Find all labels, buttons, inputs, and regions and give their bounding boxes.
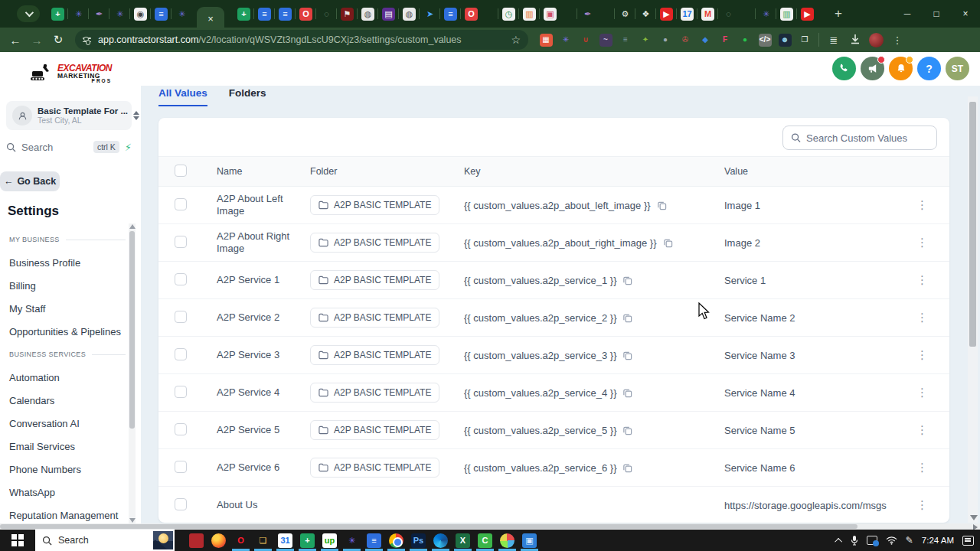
folder-chip[interactable]: A2P BASIC TEMPLATE — [310, 195, 439, 215]
row-key[interactable]: {{ custom_values.a2p_service_5 }} — [464, 425, 616, 436]
pinned-tab[interactable]: ◷ — [498, 2, 519, 25]
pinned-tab[interactable]: O — [461, 2, 482, 25]
folder-chip[interactable]: A2P BASIC TEMPLATE — [310, 383, 439, 403]
phone-button[interactable] — [832, 57, 856, 80]
pinned-tab[interactable]: ◌ — [718, 2, 739, 25]
grid-extension[interactable]: ▦ — [536, 30, 556, 50]
row-checkbox[interactable] — [175, 386, 187, 398]
horizontal-scroll-thumb[interactable] — [0, 524, 858, 529]
row-name[interactable]: A2P Service 1 — [217, 274, 279, 286]
action-center-icon[interactable] — [962, 536, 974, 546]
sidebar-item[interactable]: BUSINESS SERVICES — [9, 343, 126, 366]
row-key[interactable]: {{ custom_values.a2p_service_1 }} — [464, 275, 616, 286]
row-key[interactable]: {{ custom_values.a2p_service_3 }} — [464, 350, 616, 361]
sidebar-item[interactable]: Calendars — [9, 389, 126, 412]
sidebar-item[interactable]: Email Services — [9, 435, 126, 458]
copy-icon[interactable] — [622, 463, 632, 473]
google-sheets-icon[interactable]: + — [296, 530, 318, 551]
copy-icon[interactable] — [622, 350, 632, 360]
folder-chip[interactable]: A2P BASIC TEMPLATE — [310, 458, 439, 478]
content-tab[interactable]: All Values — [158, 87, 207, 106]
pinned-tab[interactable]: ✳ — [756, 2, 776, 25]
browser-profile-avatar[interactable] — [869, 33, 884, 47]
copy-icon[interactable] — [657, 201, 667, 210]
pinned-tab[interactable]: ❖ — [635, 2, 656, 25]
pinned-tab[interactable]: ✳ — [172, 2, 192, 25]
row-menu-button[interactable]: ⋮ — [916, 461, 928, 474]
help-button[interactable]: ? — [917, 57, 941, 80]
pinned-tab[interactable]: + — [47, 2, 68, 25]
location-selector[interactable]: Basic Template For ... Test City, AL — [6, 101, 132, 130]
sidebar-scroll-thumb[interactable] — [129, 231, 135, 429]
copy-icon[interactable] — [622, 313, 632, 323]
sidebar-search[interactable]: Search ctrl K ⚡ — [6, 138, 132, 156]
pinned-tab[interactable]: ✒ — [89, 2, 109, 25]
sidebar-item[interactable]: Billing — [9, 274, 126, 297]
pinned-tab[interactable]: ✳ — [109, 2, 130, 25]
row-name[interactable]: A2P Service 5 — [217, 424, 279, 436]
sidebar-item[interactable]: My Staff — [9, 297, 126, 320]
row-menu-button[interactable]: ⋮ — [916, 273, 928, 286]
row-menu-button[interactable]: ⋮ — [916, 386, 928, 399]
pinned-tab[interactable]: ◌ — [316, 2, 337, 25]
pinned-tab[interactable]: + — [234, 2, 254, 25]
lines-extension[interactable]: ≡ — [616, 30, 635, 50]
sidebar-item[interactable]: Opportunities & Pipelines — [9, 320, 126, 343]
pinned-tab[interactable]: ✳ — [68, 2, 89, 25]
playlist-icon[interactable]: ≣ — [823, 34, 844, 46]
person-extension[interactable]: ☻ — [775, 30, 795, 50]
blue-window-icon[interactable]: ▣ — [518, 530, 541, 551]
page-vertical-scrollbar[interactable] — [968, 96, 978, 523]
row-checkbox[interactable] — [175, 273, 187, 285]
taskbar-search[interactable]: Search — [35, 530, 175, 551]
copy-icon[interactable] — [622, 388, 632, 398]
scroll-up-arrow[interactable] — [129, 224, 136, 229]
tag-extension[interactable]: ◆ — [695, 30, 715, 50]
pinned-tab[interactable]: ⚙ — [615, 2, 635, 25]
tab-search-button[interactable] — [17, 5, 40, 22]
flower-extension[interactable]: ✳ — [556, 30, 576, 50]
microphone-icon[interactable] — [851, 535, 858, 546]
row-menu-button[interactable]: ⋮ — [916, 311, 928, 324]
row-checkbox[interactable] — [175, 498, 187, 510]
pinned-tab[interactable]: ⚑ — [337, 2, 358, 25]
maximize-button[interactable]: □ — [922, 0, 951, 28]
row-name[interactable]: A2P Service 2 — [217, 311, 279, 324]
scroll-down-arrow[interactable] — [970, 515, 978, 520]
row-name[interactable]: A2P About Right Image — [217, 230, 298, 256]
edge-icon[interactable] — [430, 530, 452, 551]
go-back-button[interactable]: ← Go Back — [0, 171, 60, 191]
sidebar-item[interactable]: Business Profile — [9, 251, 126, 274]
folder-chip[interactable]: A2P BASIC TEMPLATE — [310, 233, 439, 253]
tray-expand-icon[interactable] — [835, 537, 842, 545]
copy-icon[interactable] — [622, 425, 632, 435]
start-button[interactable] — [0, 530, 35, 551]
row-key[interactable]: {{ custom_values.a2p_service_6 }} — [464, 462, 616, 474]
pinned-tab[interactable]: ≡ — [275, 2, 296, 25]
tab-close-icon[interactable]: × — [207, 13, 214, 24]
wifi-icon[interactable] — [886, 536, 897, 545]
site-settings-icon[interactable] — [83, 37, 91, 42]
pinned-tab[interactable]: ▣ — [540, 2, 560, 25]
row-key[interactable]: {{ custom_values.a2p_service_4 }} — [464, 387, 616, 399]
chrome-icon[interactable] — [385, 530, 407, 551]
folder-chip[interactable]: A2P BASIC TEMPLATE — [310, 270, 439, 290]
bookmark-star-icon[interactable]: ☆ — [511, 34, 521, 46]
row-menu-button[interactable]: ⋮ — [916, 423, 928, 436]
code-extension[interactable]: </> — [755, 30, 775, 50]
pinned-tab[interactable]: ≡ — [440, 2, 461, 25]
scroll-down-arrow[interactable] — [129, 518, 136, 523]
row-key[interactable]: {{ custom_values.a2p_about_left_image }} — [464, 200, 651, 211]
pinned-tab[interactable]: ✒ — [577, 2, 598, 25]
key-extension[interactable]: ✦ — [635, 30, 655, 50]
upwork-icon[interactable]: up — [318, 530, 341, 551]
browser-menu-kebab-icon[interactable]: ⋮ — [887, 34, 908, 46]
pinned-tab[interactable]: ≡ — [151, 2, 172, 25]
pinned-tab[interactable]: ◉ — [130, 2, 151, 25]
sidebar-item[interactable]: Automation — [9, 366, 126, 389]
pinned-tab[interactable]: ◍ — [358, 2, 378, 25]
pinned-tab[interactable]: ▥ — [776, 2, 797, 25]
pinned-tab[interactable]: ▥ — [519, 2, 540, 25]
row-checkbox[interactable] — [175, 236, 187, 248]
pinned-tab[interactable]: ➤ — [420, 2, 440, 25]
